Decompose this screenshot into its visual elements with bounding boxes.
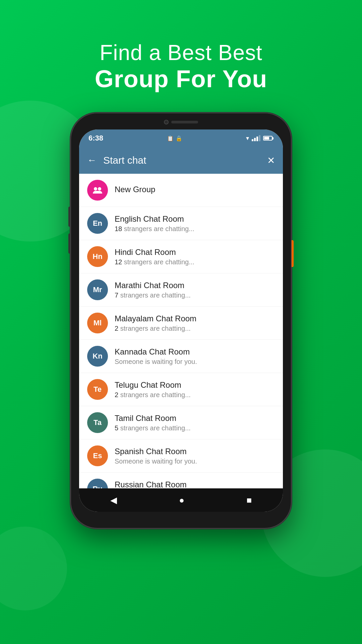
item-name: Tamil Chat Room <box>115 414 275 423</box>
item-name: Russian Chat Room <box>115 480 275 489</box>
status-time: 6:38 <box>88 134 103 143</box>
list-item[interactable]: Ru Russian Chat Room 5 strangers are cha… <box>79 473 283 488</box>
headline-block: Find a Best Best Group For You <box>95 40 267 93</box>
headline-line1: Find a Best Best <box>95 40 267 65</box>
item-text: Tamil Chat Room 5 strangers are chatting… <box>115 414 275 432</box>
item-text: Russian Chat Room 5 strangers are chatti… <box>115 480 275 489</box>
signal-bars <box>252 135 260 141</box>
svg-point-0 <box>94 187 97 191</box>
item-text: Malayalam Chat Room 2 strangers are chat… <box>115 314 275 332</box>
avatar: Kn <box>87 346 108 367</box>
item-name: Kannada Chat Room <box>115 347 275 357</box>
phone-screen: 6:38 📋 🔒 ▾ <box>79 129 283 512</box>
item-name: Hindi Chat Room <box>115 248 275 257</box>
item-name: New Group <box>115 185 275 194</box>
item-text: Spanish Chat Room Someone is waiting for… <box>115 447 275 465</box>
power-button <box>292 240 294 267</box>
volume-up-button <box>68 207 70 227</box>
clipboard-icon: 📋 <box>167 135 174 142</box>
list-item[interactable]: Ml Malayalam Chat Room 2 strangers are c… <box>79 307 283 340</box>
list-item[interactable]: Mr Marathi Chat Room 7 strangers are cha… <box>79 273 283 307</box>
app-toolbar: ← Start chat ✕ <box>79 147 283 174</box>
item-subtitle: 2 strangers are chatting... <box>115 391 275 399</box>
lock-icon: 🔒 <box>176 135 182 142</box>
item-subtitle: 12 strangers are chatting... <box>115 258 275 266</box>
avatar: Ta <box>87 412 108 433</box>
item-subtitle: 5 strangers are chatting... <box>115 424 275 432</box>
item-text: New Group <box>115 185 275 196</box>
phone-notch <box>147 119 215 125</box>
status-bar: 6:38 📋 🔒 ▾ <box>79 129 283 147</box>
wifi-icon: ▾ <box>246 135 249 142</box>
camera-dot <box>164 120 169 124</box>
item-subtitle: 18 strangers are chatting... <box>115 225 275 233</box>
list-item[interactable]: New Group <box>79 174 283 207</box>
item-text: Hindi Chat Room 12 strangers are chattin… <box>115 248 275 266</box>
item-name: Spanish Chat Room <box>115 447 275 456</box>
list-item[interactable]: Es Spanish Chat Room Someone is waiting … <box>79 439 283 473</box>
avatar: En <box>87 213 108 234</box>
chat-list: New Group En English Chat Room 18 strang… <box>79 174 283 488</box>
speaker-grille <box>171 121 198 123</box>
item-name: Malayalam Chat Room <box>115 314 275 323</box>
item-name: Marathi Chat Room <box>115 281 275 290</box>
avatar: Te <box>87 379 108 400</box>
avatar: Ru <box>87 479 108 488</box>
volume-down-button <box>68 233 70 254</box>
avatar <box>87 180 108 201</box>
list-item[interactable]: Ta Tamil Chat Room 5 strangers are chatt… <box>79 406 283 439</box>
avatar: Mr <box>87 279 108 300</box>
item-text: English Chat Room 18 strangers are chatt… <box>115 214 275 233</box>
bg-circle-bottom-left <box>0 527 67 610</box>
signal-bar-1 <box>252 139 253 141</box>
list-item[interactable]: Kn Kannada Chat Room Someone is waiting … <box>79 340 283 373</box>
signal-bar-2 <box>254 138 256 141</box>
list-item[interactable]: Te Telugu Chat Room 2 strangers are chat… <box>79 373 283 406</box>
close-button[interactable]: ✕ <box>267 155 275 166</box>
item-name: Telugu Chat Room <box>115 380 275 390</box>
back-nav-button[interactable]: ◀ <box>110 495 117 505</box>
notification-icons: 📋 🔒 <box>167 135 182 142</box>
list-item[interactable]: En English Chat Room 18 strangers are ch… <box>79 207 283 240</box>
item-subtitle: 7 strangers are chatting... <box>115 291 275 299</box>
app-title: Start chat <box>103 155 260 166</box>
item-subtitle: 2 strangers are chatting... <box>115 325 275 332</box>
phone-mockup: 6:38 📋 🔒 ▾ <box>70 113 292 529</box>
headline-line2: Group For You <box>95 65 267 93</box>
recents-nav-button[interactable]: ■ <box>247 495 252 505</box>
item-text: Telugu Chat Room 2 strangers are chattin… <box>115 380 275 399</box>
avatar: Ml <box>87 313 108 333</box>
item-subtitle: Someone is waiting for you. <box>115 458 275 465</box>
phone-shell: 6:38 📋 🔒 ▾ <box>70 113 292 529</box>
back-button[interactable]: ← <box>87 156 97 165</box>
item-subtitle: Someone is waiting for you. <box>115 358 275 366</box>
svg-point-1 <box>98 187 101 191</box>
item-name: English Chat Room <box>115 214 275 224</box>
home-nav-button[interactable]: ● <box>179 495 184 505</box>
bottom-nav: ◀ ● ■ <box>79 488 283 512</box>
signal-bar-4 <box>259 135 260 141</box>
signal-bar-3 <box>256 137 258 141</box>
item-text: Marathi Chat Room 7 strangers are chatti… <box>115 281 275 299</box>
list-item[interactable]: Hn Hindi Chat Room 12 strangers are chat… <box>79 240 283 273</box>
item-text: Kannada Chat Room Someone is waiting for… <box>115 347 275 366</box>
battery-icon <box>263 136 274 141</box>
avatar: Es <box>87 445 108 466</box>
system-icons: ▾ <box>246 135 274 142</box>
avatar: Hn <box>87 246 108 267</box>
